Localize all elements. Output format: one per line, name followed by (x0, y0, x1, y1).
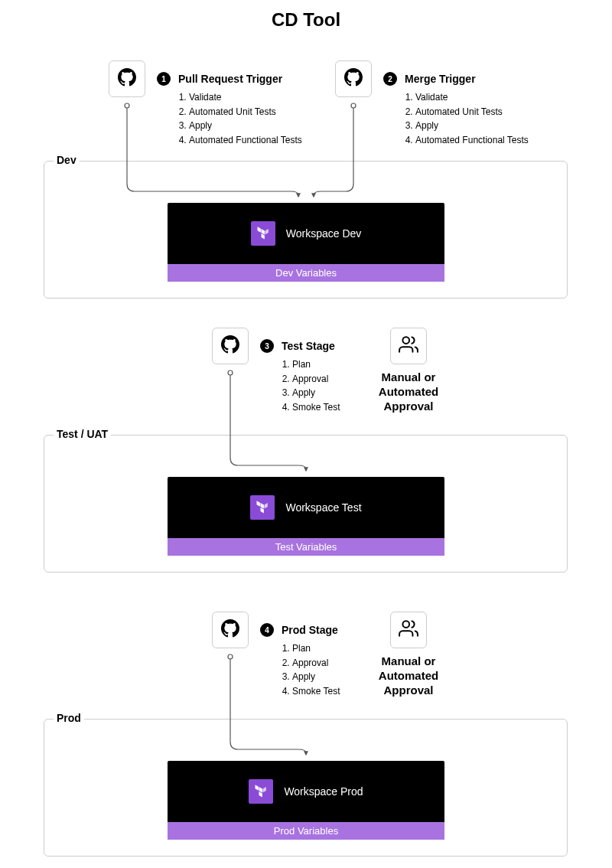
step: Plan (292, 641, 340, 656)
svg-point-0 (125, 103, 129, 108)
prod-variables-bar: Prod Variables (168, 822, 444, 840)
badge-1: 1 (157, 72, 171, 86)
prod-trigger-steps: Plan Approval Apply Smoke Test (260, 641, 340, 698)
merge-trigger-steps: Validate Automated Unit Tests Apply Auto… (383, 90, 529, 147)
test-workspace: Workspace Test Test Variables (168, 477, 444, 556)
test-trigger-block: 3 Test Stage Plan Approval Apply Smoke T… (260, 339, 340, 414)
github-icon (221, 619, 239, 641)
approval-icon-box-test (390, 328, 427, 364)
step: Approval (292, 656, 340, 671)
users-icon (399, 618, 418, 641)
approval-label-test: Manual or Automated Approval (363, 370, 454, 413)
svg-point-2 (402, 337, 409, 344)
github-icon-box-prod (212, 612, 249, 648)
step: Automated Functional Tests (415, 133, 529, 148)
step: Plan (292, 357, 340, 372)
pr-trigger-block: 1 Pull Request Trigger Validate Automate… (157, 72, 302, 147)
badge-3: 3 (260, 339, 274, 353)
prod-stage-label: Prod (54, 712, 84, 724)
prod-workspace-name: Workspace Prod (284, 785, 363, 798)
dev-workspace-name: Workspace Dev (286, 227, 362, 240)
svg-point-4 (402, 621, 409, 628)
step: Automated Unit Tests (415, 105, 529, 119)
step: Automated Unit Tests (189, 105, 302, 119)
merge-trigger-name: Merge Trigger (405, 73, 476, 85)
terraform-icon (249, 779, 273, 804)
merge-trigger-block: 2 Merge Trigger Validate Automated Unit … (383, 72, 529, 147)
users-icon (399, 334, 418, 357)
svg-point-3 (228, 370, 233, 375)
step: Apply (292, 670, 340, 684)
svg-point-1 (351, 103, 356, 108)
test-trigger-steps: Plan Approval Apply Smoke Test (260, 357, 340, 414)
step: Validate (189, 90, 302, 105)
approval-icon-box-prod (390, 612, 427, 648)
step: Smoke Test (292, 684, 340, 699)
github-icon (221, 335, 239, 357)
step: Approval (292, 372, 340, 387)
terraform-icon (250, 495, 275, 520)
dev-variables-bar: Dev Variables (168, 264, 444, 282)
test-workspace-name: Workspace Test (285, 501, 361, 514)
svg-point-5 (228, 654, 233, 659)
terraform-icon (251, 221, 275, 246)
test-variables-bar: Test Variables (168, 538, 444, 556)
step: Validate (415, 90, 529, 105)
badge-4: 4 (260, 623, 274, 637)
test-trigger-name: Test Stage (282, 340, 335, 352)
prod-workspace: Workspace Prod Prod Variables (168, 761, 444, 840)
github-icon (344, 68, 363, 90)
step: Apply (415, 119, 529, 133)
github-icon (118, 68, 136, 90)
step: Apply (292, 386, 340, 400)
dev-workspace: Workspace Dev Dev Variables (168, 203, 444, 282)
step: Apply (189, 119, 302, 133)
page-title: CD Tool (0, 0, 612, 46)
pr-trigger-steps: Validate Automated Unit Tests Apply Auto… (157, 90, 302, 147)
github-icon-box-merge (335, 60, 372, 97)
test-stage-label: Test / UAT (54, 428, 111, 440)
prod-trigger-name: Prod Stage (282, 624, 338, 636)
github-icon-box-test (212, 328, 249, 364)
step: Automated Functional Tests (189, 133, 302, 148)
github-icon-box-pr (109, 60, 145, 97)
approval-label-prod: Manual or Automated Approval (363, 654, 454, 697)
pr-trigger-name: Pull Request Trigger (178, 73, 282, 85)
prod-trigger-block: 4 Prod Stage Plan Approval Apply Smoke T… (260, 623, 340, 698)
step: Smoke Test (292, 400, 340, 415)
dev-stage-label: Dev (54, 154, 80, 166)
badge-2: 2 (383, 72, 397, 86)
